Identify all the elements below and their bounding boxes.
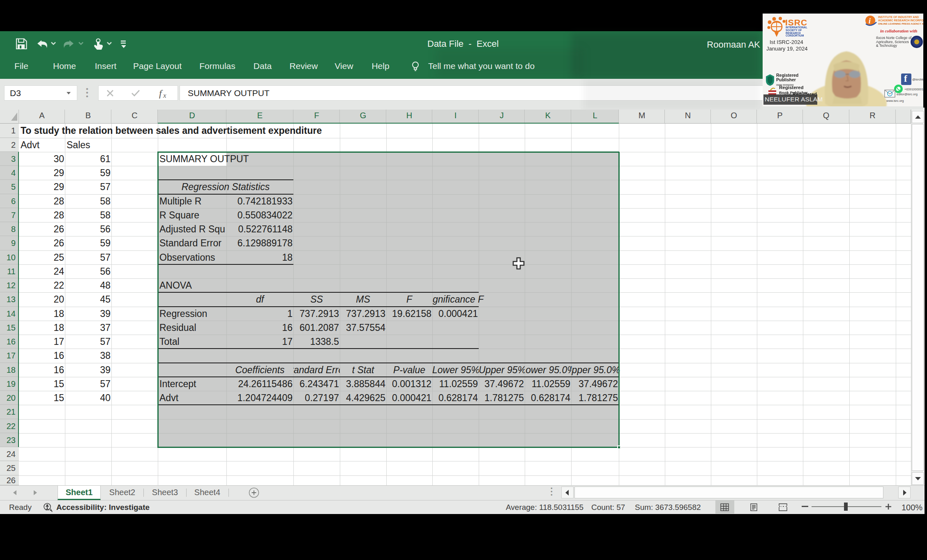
svg-text:x: x <box>163 92 166 99</box>
svg-text:f: f <box>159 88 163 99</box>
svg-text:i: i <box>869 17 871 25</box>
